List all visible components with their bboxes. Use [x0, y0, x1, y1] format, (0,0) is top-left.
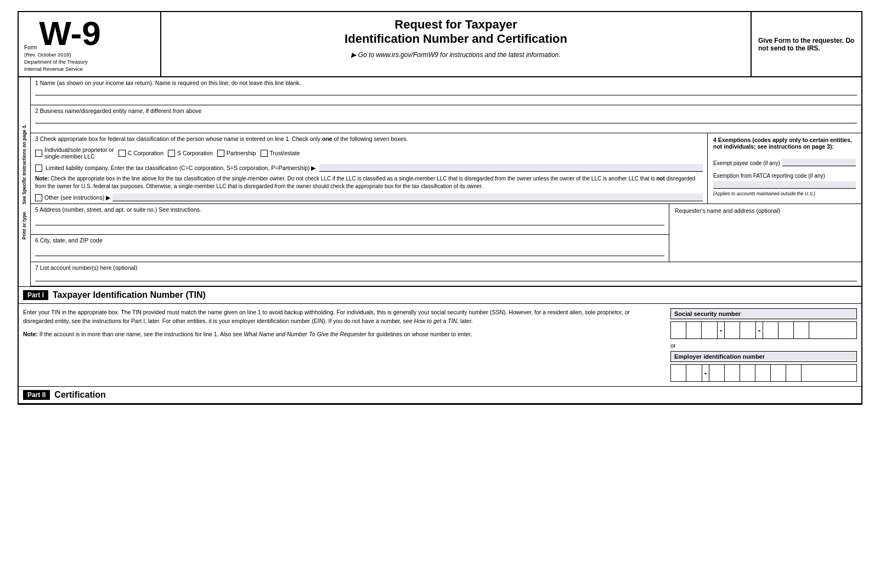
exemptions-header: 4 Exemptions (codes apply only to certai…: [713, 137, 856, 150]
header-left: Form W-9 (Rev. October 2018) Department …: [19, 12, 161, 76]
part1-paragraph2: Note: If the account is in more than one…: [23, 330, 662, 339]
row5-left: 5 Address (number, street, and apt. or s…: [31, 204, 669, 262]
part1-body: Enter your TIN in the appropriate box. T…: [19, 304, 861, 387]
ccorp-label: C Corporation: [128, 150, 163, 156]
ssn-cell-8[interactable]: [794, 322, 809, 338]
scorp-checkbox[interactable]: [168, 150, 175, 157]
ein-cell-3[interactable]: [709, 365, 725, 381]
header-center: Request for Taxpayer Identification Numb…: [161, 12, 752, 76]
row3-left: 3 Check appropriate box for federal tax …: [31, 133, 708, 203]
individual-label: Individual/sole proprietor orsingle-memb…: [44, 146, 114, 160]
form-header: Form W-9 (Rev. October 2018) Department …: [19, 12, 861, 77]
ein-group2: [709, 365, 817, 381]
ein-cell-8[interactable]: [786, 365, 802, 381]
row2-label: 2 Business name/disregarded entity name,…: [35, 108, 857, 114]
part1-text: Enter your TIN in the appropriate box. T…: [23, 308, 662, 382]
ssn-group3: [763, 322, 825, 338]
ein-dash: -: [702, 365, 709, 381]
ein-cell-7[interactable]: [771, 365, 786, 381]
requester-field: Requester's name and address (optional): [669, 204, 861, 262]
part1-title: Taxpayer Identification Number (TIN): [53, 290, 206, 300]
applies-note: (Applies to accounts maintained outside …: [713, 191, 856, 196]
ein-cell-1[interactable]: [671, 365, 686, 381]
scorp-label: S Corporation: [177, 150, 213, 156]
row5-inner: 5 Address (number, street, and apt. or s…: [31, 204, 669, 234]
tax-classification-checkboxes: Individual/sole proprietor orsingle-memb…: [35, 146, 703, 160]
ein-cell-9[interactable]: [802, 365, 817, 381]
part2-header: Part II Certification: [19, 387, 861, 404]
ssn-label: Social security number: [670, 308, 857, 319]
ein-cell-4[interactable]: [725, 365, 740, 381]
ccorp-checkbox[interactable]: [119, 150, 126, 157]
other-label: Other (see instructions) ▶: [44, 194, 110, 201]
trust-checkbox[interactable]: [261, 150, 268, 157]
checkbox-scorp: S Corporation: [168, 150, 213, 157]
w9-form: Form W-9 (Rev. October 2018) Department …: [18, 11, 862, 405]
form-label: Form: [24, 44, 37, 50]
checkbox-ccorp: C Corporation: [119, 150, 163, 157]
ssn-group2: [725, 322, 755, 338]
form-number: W-9: [39, 16, 100, 50]
ein-cell-5[interactable]: [740, 365, 755, 381]
ein-group1: [671, 365, 702, 381]
exempt-payee-input[interactable]: [782, 159, 856, 166]
row2: 2 Business name/disregarded entity name,…: [31, 105, 861, 133]
llc-input-line: [319, 164, 703, 172]
ssn-cell-2[interactable]: [686, 322, 702, 338]
row2-input-line[interactable]: [35, 123, 857, 123]
part1-badge: Part I: [23, 290, 48, 300]
other-row: Other (see instructions) ▶: [35, 194, 703, 201]
fatca-section: Exemption from FATCA reporting code (if …: [713, 173, 856, 189]
checkbox-individual: Individual/sole proprietor orsingle-memb…: [35, 146, 114, 160]
exempt-payee-label: Exempt payee code (if any): [713, 160, 780, 166]
header-right: Give Form to the requester. Do not send …: [752, 12, 861, 76]
ein-grid: -: [670, 364, 857, 382]
individual-checkbox[interactable]: [35, 150, 42, 157]
ssn-dash-2: -: [755, 322, 763, 338]
form-body-wrapper: Print or type. See Specific Instructions…: [19, 77, 861, 286]
form-service: Internal Revenue Service: [24, 66, 155, 72]
row3-label: 3 Check appropriate box for federal tax …: [35, 135, 703, 142]
ssn-cell-5[interactable]: [740, 322, 755, 338]
row3-container: 3 Check appropriate box for federal tax …: [31, 133, 861, 204]
row7: 7 List account number(s) here (optional): [31, 262, 861, 286]
llc-checkbox[interactable]: [35, 165, 42, 172]
give-form-text: Give Form to the requester. Do not send …: [758, 37, 855, 52]
llc-row: Limited liability company. Enter the tax…: [35, 164, 703, 172]
ein-cell-6[interactable]: [755, 365, 771, 381]
row5-label: 5 Address (number, street, and apt. or s…: [35, 206, 664, 213]
partnership-label: Partnership: [227, 150, 256, 156]
row7-label: 7 List account number(s) here (optional): [35, 264, 137, 271]
side-label: Print or type. See Specific Instructions…: [19, 77, 31, 286]
ssn-cell-9[interactable]: [809, 322, 825, 338]
go-to-text: ▶ Go to www.irs.gov/FormW9 for instructi…: [167, 51, 745, 59]
row56-container: 5 Address (number, street, and apt. or s…: [31, 204, 861, 262]
part2-badge: Part II: [23, 390, 50, 400]
row2-inner: 2 Business name/disregarded entity name,…: [31, 105, 861, 133]
trust-label: Trust/estate: [270, 150, 300, 156]
other-checkbox[interactable]: [35, 194, 42, 201]
row1-label: 1 Name (as shown on your income tax retu…: [35, 80, 857, 86]
ein-cell-2[interactable]: [686, 365, 702, 381]
ssn-cell-1[interactable]: [671, 322, 686, 338]
ssn-cell-7[interactable]: [779, 322, 794, 338]
form-rev: (Rev. October 2018): [24, 52, 155, 58]
row1: 1 Name (as shown on your income tax retu…: [31, 77, 861, 105]
row6-inner: 6 City, state, and ZIP code: [31, 234, 669, 262]
ssn-cell-4[interactable]: [725, 322, 740, 338]
row3-note: Note: Check the appropriate box in the l…: [35, 175, 703, 190]
fatca-label: Exemption from FATCA reporting code (if …: [713, 173, 856, 179]
requester-label: Requester's name and address (optional): [675, 207, 856, 214]
form-title: Request for Taxpayer Identification Numb…: [167, 18, 745, 47]
part2-title: Certification: [54, 390, 105, 400]
part1-paragraph1: Enter your TIN in the appropriate box. T…: [23, 308, 662, 326]
ssn-dash-1: -: [717, 322, 725, 338]
ssn-cell-3[interactable]: [702, 322, 717, 338]
partnership-checkbox[interactable]: [217, 150, 224, 157]
part1-header: Part I Taxpayer Identification Number (T…: [19, 286, 861, 304]
row1-input-line[interactable]: [35, 95, 857, 95]
row3-exemptions: 4 Exemptions (codes apply only to certai…: [708, 133, 861, 203]
fatca-input[interactable]: [713, 181, 856, 189]
ssn-cell-6[interactable]: [763, 322, 779, 338]
part1-right: Social security number - -: [670, 308, 857, 382]
